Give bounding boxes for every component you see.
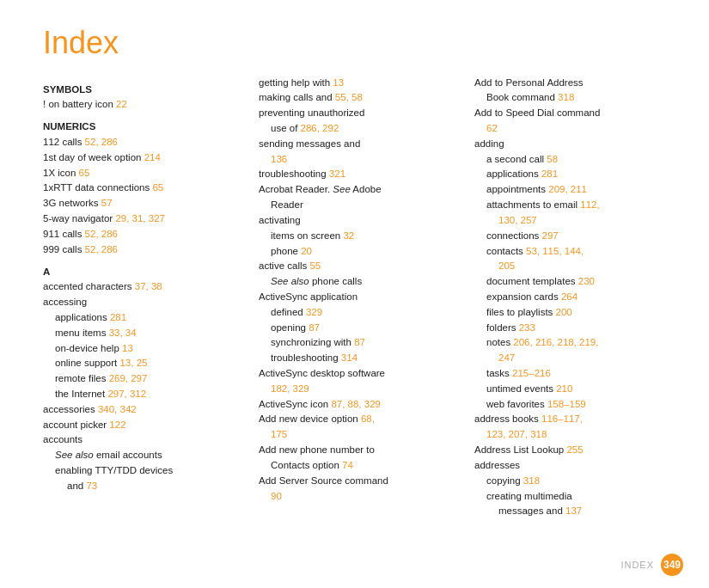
- list-item: applications 281: [43, 310, 243, 326]
- list-item: untimed events 210: [474, 382, 675, 397]
- footer: INDEX 349: [620, 554, 683, 576]
- index-columns: SYMBOLS! on battery icon 22NUMERICS112 c…: [43, 76, 675, 520]
- list-item: enabling TTY/TDD devices: [43, 463, 243, 479]
- list-item: 1X icon 65: [43, 166, 243, 181]
- list-item: Reader: [259, 198, 459, 213]
- list-item: folders 233: [474, 321, 675, 336]
- list-item: active calls 55: [259, 259, 459, 274]
- list-item: remote files 269, 297: [43, 371, 243, 387]
- list-item: See also phone calls: [259, 274, 459, 290]
- list-item: Add new phone number to: [259, 443, 459, 458]
- list-item: Add new device option 68,: [259, 412, 459, 427]
- list-item: getting help with 13: [259, 76, 459, 91]
- list-item: web favorites 158–159: [474, 397, 675, 413]
- list-item: Contacts option 74: [259, 458, 459, 474]
- list-item: 136: [259, 152, 459, 168]
- list-item: online support 13, 25: [43, 356, 243, 371]
- list-item: 247: [474, 351, 675, 366]
- list-item: synchronizing with 87: [259, 335, 459, 351]
- list-item: accessing: [43, 295, 243, 310]
- list-item: Add Server Source command: [259, 474, 459, 489]
- column-3: Add to Personal AddressBook command 318A…: [474, 76, 675, 520]
- list-item: on-device help 13: [43, 341, 243, 357]
- list-item: Address List Lookup 255: [474, 443, 675, 458]
- list-item: menu items 33, 34: [43, 326, 243, 341]
- list-item: accounts: [43, 432, 243, 448]
- list-item: messages and 137: [474, 504, 675, 519]
- list-item: making calls and 55, 58: [259, 90, 459, 106]
- list-item: ActiveSync desktop software: [259, 366, 459, 382]
- list-item: See also email accounts: [43, 448, 243, 463]
- list-item: Add to Personal Address: [474, 76, 675, 91]
- list-item: 3G networks 57: [43, 196, 243, 211]
- list-item: 1xRTT data connections 65: [43, 181, 243, 196]
- list-item: 123, 207, 318: [474, 427, 675, 443]
- list-item: 999 calls 52, 286: [43, 242, 243, 258]
- list-item: connections 297: [474, 229, 675, 244]
- list-item: Book command 318: [474, 90, 675, 106]
- list-item: contacts 53, 115, 144,: [474, 244, 675, 260]
- list-item: opening 87: [259, 321, 459, 336]
- list-item: 130, 257: [474, 213, 675, 229]
- list-item: addresses: [474, 458, 675, 474]
- list-item: Acrobat Reader. See Adobe: [259, 182, 459, 198]
- list-item: expansion cards 264: [474, 290, 675, 305]
- list-item: 182, 329: [259, 382, 459, 397]
- list-item: ! on battery icon 22: [43, 97, 243, 113]
- list-item: troubleshooting 321: [259, 167, 459, 182]
- footer-page: 349: [661, 554, 683, 576]
- list-item: attachments to email 112,: [474, 198, 675, 213]
- list-item: 5-way navigator 29, 31, 327: [43, 211, 243, 227]
- list-item: defined 329: [259, 305, 459, 321]
- list-item: a second call 58: [474, 152, 675, 168]
- list-item: accessories 340, 342: [43, 402, 243, 418]
- list-item: adding: [474, 137, 675, 152]
- list-item: sending messages and: [259, 137, 459, 152]
- list-item: Add to Speed Dial command: [474, 106, 675, 121]
- page: Index SYMBOLS! on battery icon 22NUMERIC…: [0, 0, 709, 588]
- section-head: A: [43, 265, 243, 280]
- list-item: 1st day of week option 214: [43, 150, 243, 166]
- list-item: ActiveSync icon 87, 88, 329: [259, 397, 459, 413]
- list-item: 62: [474, 121, 675, 137]
- list-item: 175: [259, 427, 459, 443]
- list-item: preventing unauthorized: [259, 106, 459, 121]
- list-item: appointments 209, 211: [474, 182, 675, 198]
- list-item: phone 20: [259, 244, 459, 260]
- list-item: accented characters 37, 38: [43, 279, 243, 295]
- list-item: account picker 122: [43, 418, 243, 433]
- list-item: 90: [259, 489, 459, 505]
- list-item: notes 206, 216, 218, 219,: [474, 335, 675, 351]
- list-item: activating: [259, 213, 459, 229]
- list-item: document templates 230: [474, 274, 675, 290]
- list-item: troubleshooting 314: [259, 351, 459, 366]
- page-title: Index: [43, 26, 675, 60]
- list-item: address books 116–117,: [474, 412, 675, 427]
- list-item: ActiveSync application: [259, 290, 459, 305]
- column-2: getting help with 13making calls and 55,…: [259, 76, 474, 505]
- section-head: NUMERICS: [43, 119, 243, 135]
- list-item: items on screen 32: [259, 229, 459, 244]
- list-item: use of 286, 292: [259, 121, 459, 137]
- section-head: SYMBOLS: [43, 83, 243, 98]
- list-item: 911 calls 52, 286: [43, 227, 243, 242]
- column-1: SYMBOLS! on battery icon 22NUMERICS112 c…: [43, 76, 259, 494]
- footer-label: INDEX: [620, 560, 654, 570]
- list-item: the Internet 297, 312: [43, 387, 243, 402]
- list-item: 112 calls 52, 286: [43, 135, 243, 150]
- list-item: creating multimedia: [474, 489, 675, 505]
- list-item: copying 318: [474, 474, 675, 489]
- list-item: applications 281: [474, 167, 675, 182]
- list-item: files to playlists 200: [474, 305, 675, 321]
- list-item: tasks 215–216: [474, 366, 675, 382]
- list-item: and 73: [43, 479, 243, 494]
- list-item: 205: [474, 259, 675, 274]
